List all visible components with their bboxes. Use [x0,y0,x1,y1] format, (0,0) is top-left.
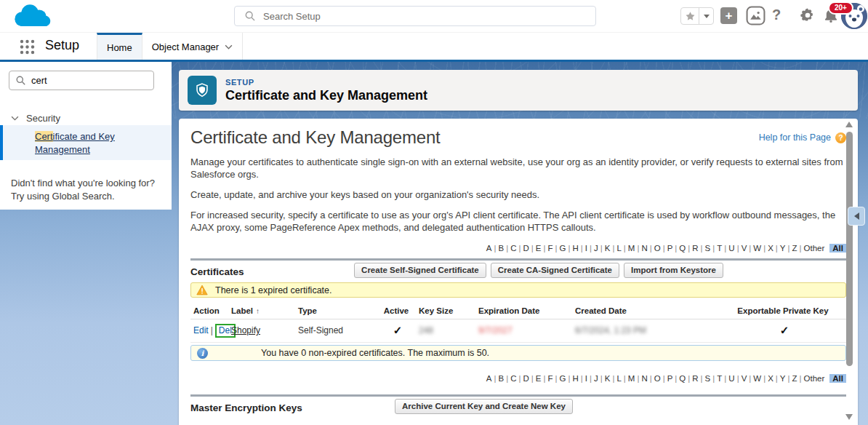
setup-gear-icon[interactable] [800,7,816,23]
alphabet-filter-letter[interactable]: T [717,374,728,383]
alphabet-filter-letter[interactable]: Other [804,374,825,383]
scroll-down-arrow[interactable] [845,414,853,420]
sort-ascending-icon: ↑ [256,307,260,315]
scroll-up-arrow[interactable] [845,122,853,127]
alphabet-filter-letter[interactable]: V [742,244,754,253]
column-header[interactable]: Expiration Date [475,303,572,319]
redacted-expiration-date: 9/7/2027 [478,325,513,335]
alphabet-filter-letter[interactable]: All [829,244,846,253]
certificates-action-button[interactable]: Import from Keystore [624,263,723,278]
del-link[interactable]: Del [219,325,232,335]
alphabet-filter-letter[interactable]: Z [792,374,804,383]
archive-key-button[interactable]: Archive Current Key and Create New Key [395,399,573,414]
alphabet-filter-letter[interactable]: D [523,244,536,253]
alphabet-filter-letter[interactable]: S [705,244,718,253]
alphabet-filter-letter[interactable]: G [560,374,573,383]
app-launcher-icon[interactable] [20,39,35,55]
quick-find-input[interactable] [31,75,140,86]
alphabet-filter-letter[interactable]: Y [780,244,792,253]
scrollbar-thumb[interactable] [846,132,853,366]
alphabet-filter-letter[interactable]: F [547,374,559,383]
alphabet-filter-letter[interactable]: X [768,244,780,253]
alphabet-filter-letter[interactable]: B [499,374,511,383]
alphabet-filter-letter[interactable]: K [605,374,617,383]
collapse-panel-handle[interactable] [848,207,865,226]
alphabet-filter-letter[interactable]: Y [780,374,792,383]
warning-icon [196,285,208,295]
sidebar-item-link[interactable]: Certificate and Key Management [35,131,115,155]
alphabet-filter-letter[interactable]: A [486,244,499,253]
alphabet-filter-letter[interactable]: Other [804,244,825,253]
favorites-control [680,7,714,25]
column-header[interactable]: Key Size [416,303,475,319]
edit-link[interactable]: Edit [193,325,209,335]
description-paragraph: For increased security, specify a certif… [190,209,846,234]
certificate-label-link[interactable]: Shopify [231,325,260,335]
alphabet-filter-letter[interactable]: W [753,374,768,383]
redacted-key-size: 248 [419,325,433,335]
alphabet-filter-letter[interactable]: V [742,374,754,383]
alphabet-filter-letter[interactable]: J [594,244,605,253]
page-header-title: Certificate and Key Management [225,88,427,103]
column-header[interactable]: Action [190,303,228,319]
alphabet-filter-letter[interactable]: U [728,244,741,253]
workspace-background: Security Certificate and Key Management … [0,62,868,425]
alphabet-filter-letter[interactable]: F [547,244,559,253]
quick-add-icon[interactable]: + [720,7,737,24]
alphabet-filter-letter[interactable]: C [510,374,523,383]
alphabet-filter-letter[interactable]: S [705,374,718,383]
column-header[interactable]: Created Date [572,303,723,319]
alphabet-filter-letter[interactable]: N [641,374,654,383]
alphabet-filter-letter[interactable]: Q [679,374,692,383]
alphabet-filter-letter[interactable]: P [667,244,680,253]
alphabet-filter-letter[interactable]: G [560,244,573,253]
alphabet-filter-letter[interactable]: I [585,374,594,383]
sidebar-section-security[interactable]: Security [11,113,60,124]
alphabet-filter-letter[interactable]: O [654,374,667,383]
alphabet-filter-letter[interactable]: E [536,374,548,383]
alphabet-filter-letter[interactable]: X [768,374,780,383]
alphabet-filter-letter[interactable]: L [616,374,627,383]
alphabet-filter-letter[interactable]: L [616,244,627,253]
alphabet-filter-letter[interactable]: H [572,374,584,383]
column-header[interactable]: Label↑ [228,303,295,319]
alphabet-filter-letter[interactable]: D [523,374,536,383]
trailhead-icon[interactable] [746,6,765,25]
alphabet-filter-letter[interactable]: M [628,374,642,383]
alphabet-filter-letter[interactable]: Z [792,244,804,253]
alphabet-filter-letter[interactable]: A [486,374,499,383]
column-header[interactable]: Exportable Private Key [723,303,846,319]
alphabet-filter-letter[interactable]: Q [679,244,692,253]
favorites-caret-icon[interactable] [699,8,713,24]
column-header[interactable]: Type [295,303,379,319]
alphabet-filter-letter[interactable]: P [667,374,680,383]
alphabet-filter-letter[interactable]: C [510,244,523,253]
certificates-action-button[interactable]: Create CA-Signed Certificate [491,263,619,278]
alphabet-filter-letter[interactable]: I [585,244,594,253]
alphabet-filter-letter[interactable]: J [594,374,605,383]
help-for-this-page-link[interactable]: Help for this Page ? [759,132,846,143]
certificates-action-button[interactable]: Create Self-Signed Certificate [354,263,486,278]
alphabet-filter-letter[interactable]: B [499,244,511,253]
alphabet-filter-letter[interactable]: U [728,374,741,383]
alphabet-filter-letter[interactable]: N [641,244,654,253]
main-content-panel: Certificate and Key Management Help for … [179,119,858,425]
alphabet-filter-letter[interactable]: M [628,244,642,253]
alphabet-filter-letter[interactable]: R [692,374,704,383]
alphabet-filter-letter[interactable]: E [536,244,548,253]
alphabet-filter-letter[interactable]: R [692,244,704,253]
tab-object-manager[interactable]: Object Manager [142,33,244,60]
alphabet-filter-letter[interactable]: W [753,244,768,253]
alphabet-filter-letter[interactable]: All [829,374,846,383]
page-header-card: SETUP Certificate and Key Management [179,70,858,111]
tab-home[interactable]: Home [97,33,142,60]
global-search-input[interactable] [263,11,568,22]
favorites-star-icon[interactable] [681,8,699,24]
help-icon[interactable]: ? [772,7,781,23]
sidebar-item-certificate-key-management[interactable]: Certificate and Key Management [0,125,172,160]
column-header[interactable]: Active [379,303,416,319]
alphabet-filter-letter[interactable]: H [572,244,584,253]
alphabet-filter-letter[interactable]: T [717,244,728,253]
alphabet-filter-letter[interactable]: K [605,244,617,253]
alphabet-filter-letter[interactable]: O [654,244,667,253]
